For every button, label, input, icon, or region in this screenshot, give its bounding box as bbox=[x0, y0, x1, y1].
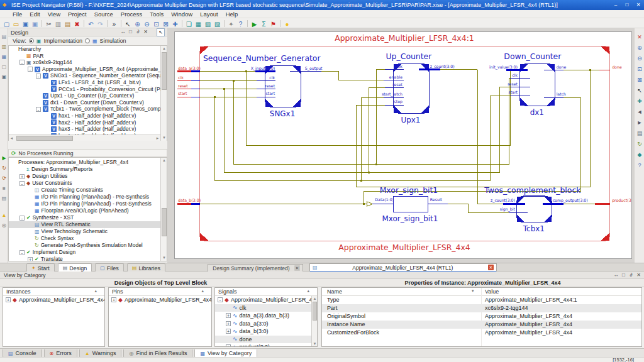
scroll-up-icon[interactable]: ▲ bbox=[312, 296, 318, 302]
output-ports[interactable]: done product(3:0) bbox=[595, 65, 632, 204]
expander-icon[interactable]: - bbox=[19, 181, 25, 186]
close-tab-icon[interactable]: ✕ bbox=[294, 265, 300, 271]
dock-restore-icon[interactable]: □ bbox=[128, 29, 133, 35]
expander-icon[interactable]: + bbox=[226, 321, 231, 326]
hierarchy-item[interactable]: ▦ PAR bbox=[9, 53, 167, 60]
block-sequence-number-generator[interactable]: Sequence_Number_Generator X_input(3:0) c… bbox=[203, 53, 323, 119]
dock-float-icon[interactable]: ∂ bbox=[135, 29, 141, 35]
hierarchy-item[interactable]: V hax1 - Half_adder (Half_adder.v) bbox=[9, 112, 167, 119]
Type[interactable]: Type Approximate_Multiplier_LFSR_4x4:1 bbox=[322, 296, 641, 304]
scroll-left-icon[interactable]: ◄ bbox=[9, 135, 14, 141]
select-button[interactable]: ↖ bbox=[123, 19, 133, 28]
processes-vscrollbar[interactable]: ▲ ▼ bbox=[160, 158, 167, 261]
maximize-button[interactable]: □ bbox=[621, 0, 633, 10]
OriginalSymbol[interactable]: OriginalSymbol Approximate_Multiplier_LF… bbox=[322, 312, 641, 321]
process-item[interactable]: - ✔ Implement Design bbox=[9, 249, 167, 256]
open-folder-button[interactable]: ▭ bbox=[11, 19, 21, 28]
save-all-button[interactable]: ▣ bbox=[30, 19, 40, 28]
block-up-counter[interactable]: Up_Counter clk enable reset start_latch … bbox=[382, 52, 455, 124]
menu-file[interactable]: File bbox=[9, 11, 26, 18]
stop-process-button[interactable]: ■ bbox=[0, 182, 8, 192]
tile-v-button[interactable]: ▧ bbox=[203, 19, 213, 28]
expander-icon[interactable]: + bbox=[226, 344, 231, 347]
tab-design[interactable]: ▤ Design bbox=[58, 263, 92, 272]
expander-icon[interactable]: - bbox=[36, 74, 41, 79]
Instance Name[interactable]: Instance Name Approximate_Multiplier_LFS… bbox=[322, 321, 641, 329]
flag-button[interactable]: ⚑ bbox=[269, 19, 278, 28]
view-panel-button[interactable]: ▤ bbox=[0, 192, 8, 202]
zoom-full-button[interactable]: ⊠ bbox=[161, 19, 170, 28]
expander-icon[interactable]: - bbox=[19, 60, 25, 65]
hierarchy-hscrollbar[interactable]: ◄ ► bbox=[9, 134, 160, 141]
menu-help[interactable]: Help bbox=[222, 11, 242, 18]
menu-process[interactable]: Process bbox=[117, 11, 146, 18]
rerun-button[interactable]: ↻ bbox=[0, 162, 8, 172]
process-item[interactable]: ↻ Check Syntax bbox=[9, 235, 167, 242]
block-mxor-sign-bit[interactable]: Mxor_sign_bit1 Data(1:0) Result Mxor_sig… bbox=[372, 185, 447, 224]
dock-close-icon[interactable]: ✕ bbox=[636, 272, 641, 278]
zoom-in-button[interactable]: ⊕ bbox=[133, 19, 142, 28]
signal-item[interactable]: - ◆ Approximate_Multiplier_LFSR_4x4 bbox=[215, 296, 312, 304]
process-item[interactable]: Processes: Approximate_Multiplier_LFSR_4… bbox=[9, 159, 167, 166]
cut-button[interactable]: ✂ bbox=[44, 19, 53, 28]
scroll-up-icon[interactable]: ▲ bbox=[161, 46, 167, 52]
run-process-button[interactable]: ▶ bbox=[0, 151, 8, 162]
copy-button[interactable]: ▥ bbox=[53, 19, 63, 28]
menu-project[interactable]: Project bbox=[64, 11, 91, 18]
delete-button[interactable]: ✖ bbox=[72, 19, 82, 28]
close-window-button[interactable]: ▨ bbox=[213, 19, 222, 28]
input-ports[interactable]: data_a(3:0) clk reset start data_b(3:0) bbox=[177, 66, 201, 204]
expander-icon[interactable]: - bbox=[36, 107, 41, 112]
Part[interactable]: Part xc6slx9-2-tqg144 bbox=[322, 304, 641, 312]
redo-button[interactable]: ↷ bbox=[96, 19, 105, 28]
close-view-button[interactable]: ✕ bbox=[635, 30, 644, 41]
block-twos-complement[interactable]: Twos_complement_block z_count(3:0) sign_… bbox=[484, 185, 587, 234]
zoom-in-tool-button[interactable]: ⊕ bbox=[635, 41, 644, 52]
process-item[interactable]: Σ Design Summary/Reports bbox=[9, 166, 167, 173]
process-item[interactable]: + ✔ Translate bbox=[9, 256, 167, 261]
new-file-button[interactable]: ▢ bbox=[2, 19, 11, 28]
libraries-panel-button[interactable]: ▥ bbox=[0, 40, 8, 50]
undo-button[interactable]: ↶ bbox=[86, 19, 96, 28]
expander-icon[interactable]: - bbox=[19, 250, 25, 255]
expander-icon[interactable]: - bbox=[28, 67, 33, 72]
find-results-button[interactable]: ◎ bbox=[0, 219, 8, 229]
overflow-button[interactable]: » bbox=[109, 19, 119, 28]
simulation-radio[interactable] bbox=[85, 38, 90, 43]
close-tab-icon[interactable]: ✕ bbox=[488, 265, 494, 270]
tab-rtl-schematic[interactable]: ▤ Approximate_Multiplier_LFSR_4x4 (RTL1)… bbox=[309, 263, 497, 272]
help-view-button[interactable]: ? bbox=[635, 158, 644, 169]
hierarchy-item[interactable]: V hax3 - Half_adder (Half_adder.v) bbox=[9, 126, 167, 133]
refresh-view-button[interactable]: ↻ bbox=[635, 137, 644, 148]
summary-button[interactable]: Σ bbox=[259, 19, 269, 28]
process-item[interactable]: ▦ I/O Pin Planning (PlanAhead) - Pre-Syn… bbox=[9, 194, 167, 200]
block-down-counter[interactable]: Down_Counter init_value(3:0) clk reset s… bbox=[489, 52, 566, 118]
save-button[interactable]: ▣ bbox=[21, 19, 30, 28]
dock-arrows-icon[interactable]: ↔ bbox=[120, 29, 126, 35]
files-panel-button[interactable]: ▤ bbox=[0, 30, 8, 40]
warnings-panel-button[interactable]: ▲ bbox=[0, 209, 8, 219]
scroll-down-icon[interactable]: ▼ bbox=[312, 341, 318, 347]
zoom-area-button[interactable]: ⊡ bbox=[152, 19, 161, 28]
next-view-button[interactable]: ► bbox=[635, 116, 644, 126]
console-panel-button[interactable]: ▣ bbox=[0, 70, 8, 80]
process-item[interactable]: ↻ Generate Post-Synthesis Simulation Mod… bbox=[9, 242, 167, 249]
dock-restore-icon[interactable]: □ bbox=[621, 272, 626, 278]
process-item[interactable]: ◫ Create Timing Constraints bbox=[9, 187, 167, 194]
signal-item[interactable]: ∿ done bbox=[215, 336, 312, 344]
process-item[interactable]: - ◆ User Constraints bbox=[9, 180, 167, 187]
menu-source[interactable]: Source bbox=[91, 11, 117, 18]
dock-close-icon[interactable]: ✕ bbox=[143, 29, 148, 35]
sort-icon[interactable]: ▴ bbox=[201, 288, 204, 293]
hierarchy-item[interactable]: V Upx1 - Up_Counter (Up_Counter.v) bbox=[9, 92, 167, 99]
menu-window[interactable]: Window bbox=[167, 11, 196, 18]
hierarchy-item[interactable]: V LFx1 - LFSR_4_bit (LFSR_4_bit.v) bbox=[9, 79, 167, 86]
process-item[interactable]: ▦ Floorplan Area/IO/Logic (PlanAhead) bbox=[9, 207, 167, 214]
pan-tool-button[interactable]: ✚ bbox=[635, 94, 644, 105]
dock-arrows-icon[interactable]: ↔ bbox=[613, 272, 619, 278]
hierarchy-vscrollbar[interactable]: ▲ ▼ bbox=[160, 46, 167, 141]
process-item[interactable]: ▦ I/O Pin Planning (PlanAhead) - Post-Sy… bbox=[9, 200, 167, 207]
rtl-schematic-canvas[interactable]: Approximate_Multiplier_LFSR_4x4:1 Approx… bbox=[174, 31, 632, 259]
implementation-radio[interactable] bbox=[29, 38, 34, 43]
scroll-right-icon[interactable]: ► bbox=[155, 135, 160, 141]
